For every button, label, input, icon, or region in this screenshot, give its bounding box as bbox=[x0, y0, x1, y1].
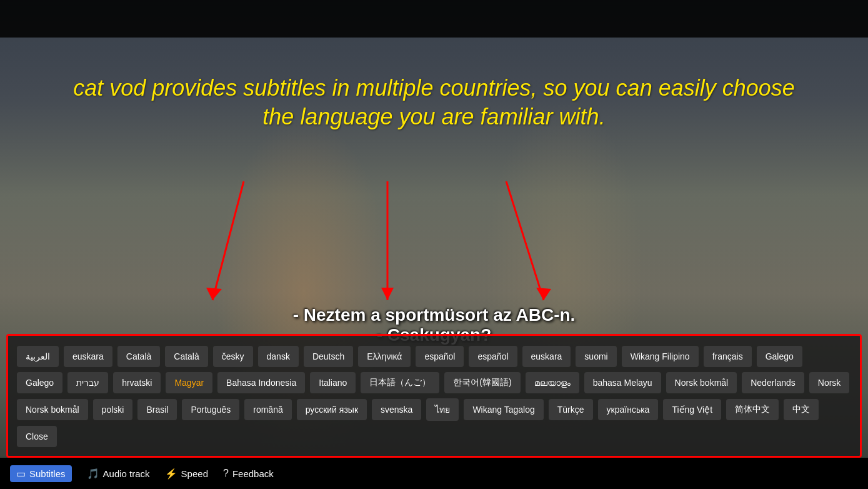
lang-btn-nederlands[interactable]: Nederlands bbox=[742, 372, 804, 393]
lang-btn-hrvatski[interactable]: hrvatski bbox=[113, 372, 161, 393]
lang-btn-filipino[interactable]: Wikang Filipino bbox=[622, 346, 699, 367]
lang-btn-dansk[interactable]: dansk bbox=[258, 346, 299, 367]
lang-btn-norsk_bokmal1[interactable]: Norsk bokmål bbox=[666, 372, 737, 393]
lang-btn-italiano[interactable]: Italiano bbox=[310, 372, 356, 393]
lang-btn-norsk_bokmal2[interactable]: Norsk bokmål bbox=[17, 399, 88, 420]
lang-btn-portugues[interactable]: Português bbox=[182, 399, 239, 420]
language-grid: العربيةeuskaraCatalàCatalàčeskydanskDeut… bbox=[17, 346, 851, 447]
feedback-icon: ? bbox=[223, 468, 229, 479]
top-bar bbox=[0, 0, 868, 38]
lang-btn-euskara2[interactable]: euskara bbox=[522, 346, 571, 367]
lang-btn-russian[interactable]: русский язык bbox=[297, 399, 367, 420]
subtitle-panel: العربيةeuskaraCatalàCatalàčeskydanskDeut… bbox=[6, 334, 862, 458]
lang-btn-espanol1[interactable]: español bbox=[416, 346, 464, 367]
lang-btn-malayalam[interactable]: മലയാളം bbox=[526, 372, 579, 393]
lang-btn-tagalog[interactable]: Wikang Tagalog bbox=[464, 399, 543, 420]
lang-btn-catala2[interactable]: Català bbox=[165, 346, 207, 367]
audio-track-control[interactable]: 🎵 Audio track bbox=[87, 468, 150, 480]
lang-btn-suomi[interactable]: suomi bbox=[576, 346, 616, 367]
lang-btn-bahasa_indonesia[interactable]: Bahasa Indonesia bbox=[217, 372, 305, 393]
lang-btn-catala1[interactable]: Català bbox=[117, 346, 160, 367]
lang-btn-simplified_chinese[interactable]: 简体中文 bbox=[726, 399, 779, 420]
lang-btn-magyar[interactable]: Magyar bbox=[166, 372, 212, 393]
control-bar: ▭ Subtitles 🎵 Audio track ⚡ Speed ? Feed… bbox=[0, 458, 868, 489]
feedback-label: Feedback bbox=[232, 468, 274, 479]
lang-btn-turkish[interactable]: Türkçe bbox=[549, 399, 593, 420]
lang-btn-thai[interactable]: ไทย bbox=[426, 398, 459, 421]
lang-btn-svenska[interactable]: svenska bbox=[372, 399, 421, 420]
lang-btn-polski[interactable]: polski bbox=[93, 399, 133, 420]
lang-btn-espanol2[interactable]: español bbox=[469, 346, 517, 367]
lang-btn-galego1[interactable]: Galego bbox=[757, 346, 802, 367]
lang-btn-hebrew[interactable]: עברית bbox=[67, 372, 108, 393]
speed-label: Speed bbox=[181, 468, 208, 479]
lang-btn-deutsch[interactable]: Deutsch bbox=[304, 346, 353, 367]
subtitles-icon: ▭ bbox=[16, 468, 26, 480]
lang-btn-korean[interactable]: 한국어(韓國語) bbox=[444, 372, 520, 393]
lang-btn-francais[interactable]: français bbox=[704, 346, 752, 367]
subtitles-label: Subtitles bbox=[29, 468, 66, 479]
lang-btn-close[interactable]: Close bbox=[17, 426, 57, 447]
lang-btn-arabic[interactable]: العربية bbox=[17, 346, 59, 367]
lang-btn-malay[interactable]: bahasa Melayu bbox=[584, 372, 661, 393]
audio-track-label: Audio track bbox=[103, 468, 150, 479]
speed-control[interactable]: ⚡ Speed bbox=[165, 468, 208, 480]
lang-btn-cesky[interactable]: česky bbox=[213, 346, 253, 367]
audio-icon: 🎵 bbox=[87, 468, 99, 480]
feedback-control[interactable]: ? Feedback bbox=[223, 468, 274, 479]
lang-btn-norsk[interactable]: Norsk bbox=[809, 372, 850, 393]
lang-btn-galego2[interactable]: Galego bbox=[17, 372, 62, 393]
speed-icon: ⚡ bbox=[165, 468, 177, 480]
lang-btn-euskara1[interactable]: euskara bbox=[64, 346, 112, 367]
lang-btn-greek[interactable]: Ελληνικά bbox=[358, 346, 411, 367]
lang-btn-brasil[interactable]: Brasil bbox=[137, 399, 177, 420]
subtitles-control[interactable]: ▭ Subtitles bbox=[10, 465, 72, 482]
lang-btn-chinese[interactable]: 中文 bbox=[784, 399, 819, 420]
lang-btn-japanese[interactable]: 日本語（んご） bbox=[361, 372, 439, 393]
lang-btn-ukrainian[interactable]: українська bbox=[598, 399, 659, 420]
lang-btn-romana[interactable]: română bbox=[244, 399, 291, 420]
lang-btn-vietnamese[interactable]: Tiếng Việt bbox=[663, 399, 721, 420]
